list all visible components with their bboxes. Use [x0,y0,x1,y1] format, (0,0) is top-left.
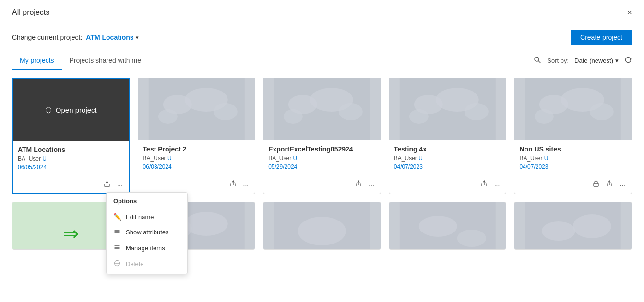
svg-point-38 [573,214,611,238]
manage-icon [113,244,121,252]
options-show-attributes[interactable]: Show attributes [107,224,187,240]
svg-point-7 [158,109,177,124]
more-options-button-test-project-2[interactable]: ··· [241,179,251,190]
change-project-text: Change current project: [12,34,82,41]
project-name-atm-locations: ATM Locations [18,146,124,153]
map-svg-r2-3 [263,202,381,250]
options-manage-items[interactable]: Manage items [107,240,187,256]
sort-chevron-icon: ▾ [615,57,619,64]
project-card-non-us-sites[interactable]: Non US sites BA_User U 04/07/2023 [514,78,632,194]
project-date-export-excel: 05/29/2024 [268,163,376,170]
project-card-row2-3[interactable] [263,202,381,250]
map-svg-4 [389,78,506,140]
project-user-testing-4x: BA_User U [394,155,501,162]
search-button[interactable] [534,56,541,66]
share-button-non-us-sites[interactable] [604,179,615,190]
project-card-test-project-2[interactable]: Test Project 2 BA_User U 06/03/2024 ··· [138,78,256,194]
svg-rect-26 [594,183,598,186]
share-button-test-project-2[interactable] [227,179,239,190]
map-svg-3 [263,78,381,140]
tab-my-projects[interactable]: My projects [12,52,62,70]
arrow-right-icon: ⇒ [63,222,79,244]
project-user-test-project-2: BA_User U [143,155,250,162]
project-name-test-project-2: Test Project 2 [143,145,250,153]
card-actions-atm-locations: ··· [13,177,129,193]
options-edit-name[interactable]: ✏️ Edit name [107,209,187,224]
map-svg [138,78,255,140]
manage-items-icon [114,244,120,251]
card-actions-test-project-2: ··· [138,177,255,193]
refresh-icon [624,56,632,64]
sort-label: Sort by: [547,57,569,64]
card-body-atm-locations: ATM Locations BA_User U 06/05/2024 [13,141,129,177]
options-label: Options [107,195,187,209]
tab-shared-projects[interactable]: Projects shared with me [62,52,149,70]
more-options-button-testing-4x[interactable]: ··· [492,179,502,190]
project-user-atm-locations: BA_User U [18,155,124,162]
card-actions-non-us-sites: ··· [514,177,632,193]
svg-line-1 [538,61,540,63]
card-actions-testing-4x: ··· [389,177,506,193]
project-name-testing-4x: Testing 4x [394,145,501,153]
project-card-atm-locations[interactable]: ⬡ Open project ATM Locations BA_User U 0… [12,78,130,194]
project-card-row2-4[interactable] [389,202,507,250]
svg-point-37 [542,221,575,241]
project-date-testing-4x: 04/07/2023 [394,163,501,170]
more-options-button-atm-locations[interactable]: ··· [115,180,125,190]
create-project-button[interactable]: Create project [571,30,632,45]
svg-point-6 [213,103,237,120]
options-manage-items-label: Manage items [126,244,165,252]
share-icon-3 [355,180,362,187]
refresh-button[interactable] [624,56,632,66]
card-thumbnail-row2-5 [514,202,632,250]
current-project-button[interactable]: ATM Locations ▾ [86,34,138,41]
project-card-testing-4x[interactable]: Testing 4x BA_User U 04/07/2023 ··· [389,78,507,194]
svg-point-13 [284,109,303,124]
delete-icon [113,260,121,268]
project-bar: Change current project: ATM Locations ▾ … [0,23,644,52]
svg-point-34 [419,216,457,237]
project-user-export-excel: BA_User U [268,155,376,162]
share-button-atm-locations[interactable] [101,179,113,190]
edit-icon: ✏️ [113,213,121,221]
svg-point-12 [339,103,363,120]
sort-select[interactable]: Date (newest) ▾ [574,57,619,64]
share-icon-2 [230,180,237,187]
map-svg-5 [514,78,632,140]
more-options-button-non-us-sites[interactable]: ··· [617,179,628,190]
svg-point-18 [465,103,489,120]
share-icon-4 [481,180,488,187]
project-date-non-us-sites: 04/07/2023 [519,163,627,170]
map-svg-r2-5 [514,202,632,250]
projects-grid: ⬡ Open project ATM Locations BA_User U 0… [12,78,632,250]
share-button-export-excel[interactable] [353,179,364,190]
card-body-testing-4x: Testing 4x BA_User U 04/07/2023 [389,140,506,177]
share-icon [104,181,110,187]
card-body-export-excel: ExportExcelTesting052924 BA_User U 05/29… [263,140,381,177]
card-thumbnail-testing-4x [389,78,506,140]
tabs-container: My projects Projects shared with me [12,52,149,70]
share-button-testing-4x[interactable] [478,179,490,190]
project-date-test-project-2: 06/03/2024 [143,163,250,170]
open-project-icon: ⬡ [45,105,52,115]
card-actions-export-excel: ··· [263,177,381,193]
open-project-overlay: ⬡ Open project [13,79,129,141]
project-user-non-us-sites: BA_User U [519,155,627,162]
current-project-name: ATM Locations [86,34,133,41]
close-button[interactable]: × [627,8,632,17]
options-show-attributes-label: Show attributes [126,229,169,236]
card-thumbnail-row2-4 [389,202,506,250]
svg-point-24 [590,103,614,120]
projects-container: ⬡ Open project ATM Locations BA_User U 0… [0,70,644,302]
project-card-export-excel[interactable]: ExportExcelTesting052924 BA_User U 05/29… [263,78,381,194]
card-body-non-us-sites: Non US sites BA_User U 04/07/2023 [514,140,632,177]
card-thumbnail-non-us-sites [514,78,632,140]
lock-button-non-us-sites[interactable] [590,179,602,190]
card-thumbnail-export-excel [263,78,381,140]
search-icon [534,56,541,64]
more-options-button-export-excel[interactable]: ··· [366,179,377,190]
open-project-text: Open project [56,106,97,114]
project-date-atm-locations: 06/05/2024 [18,164,124,171]
project-card-row2-5[interactable] [514,202,632,250]
change-project-label: Change current project: ATM Locations ▾ [12,34,138,41]
